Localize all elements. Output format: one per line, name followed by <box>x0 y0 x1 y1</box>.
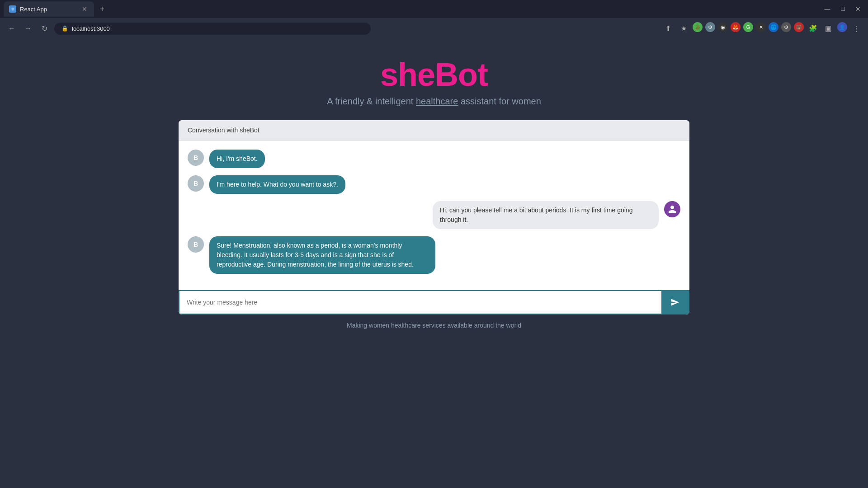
bot-avatar-2: B <box>188 175 204 192</box>
forward-button[interactable]: → <box>22 22 34 35</box>
tab-close-button[interactable]: ✕ <box>80 5 89 13</box>
tab-favicon: ⚛ <box>9 5 16 13</box>
subtitle-highlight: healthcare <box>416 96 458 106</box>
lock-icon: 🔒 <box>61 25 68 32</box>
ext-icon-1[interactable]: 🐊 <box>693 22 703 32</box>
ext-icon-8[interactable]: ⚙ <box>781 22 791 32</box>
app-header: sheBot A friendly & intelligent healthca… <box>327 57 541 107</box>
user-person-icon <box>668 205 677 214</box>
ext-icon-6[interactable]: ✕ <box>756 22 766 32</box>
refresh-button[interactable]: ↻ <box>38 22 51 35</box>
bot-bubble-1: Hi, I'm sheBot. <box>209 150 265 168</box>
message-row-2: B I'm here to help. What do you want to … <box>188 175 680 194</box>
send-button[interactable] <box>661 291 689 314</box>
share-icon[interactable]: ⬆ <box>662 22 675 35</box>
bot-avatar-1: B <box>188 150 204 166</box>
address-field[interactable]: 🔒 localhost:3000 <box>54 23 371 35</box>
bot-bubble-3: Sure! Menstruation, also known as a peri… <box>209 236 435 274</box>
menu-icon[interactable]: ⋮ <box>850 22 863 35</box>
browser-chrome: ⚛ React App ✕ + ─ ☐ ✕ ← → ↻ 🔒 localhost:… <box>0 0 868 39</box>
bookmark-icon[interactable]: ★ <box>677 22 690 35</box>
extensions-icon[interactable]: 🧩 <box>807 22 819 35</box>
maximize-button[interactable]: ☐ <box>836 3 849 15</box>
app-subtitle: A friendly & intelligent healthcare assi… <box>327 96 541 107</box>
chat-input-row <box>179 290 689 314</box>
tab-title: React App <box>20 6 77 13</box>
bot-bubble-2: I'm here to help. What do you want to as… <box>209 175 345 194</box>
chat-container: Conversation with sheBot B Hi, I'm sheBo… <box>179 120 689 314</box>
subtitle-prefix: A friendly & intelligent <box>327 96 416 106</box>
message-input[interactable] <box>179 292 661 312</box>
chat-messages[interactable]: B Hi, I'm sheBot. B I'm here to help. Wh… <box>179 141 689 290</box>
app-title: sheBot <box>327 57 541 93</box>
app-content: sheBot A friendly & intelligent healthca… <box>0 39 868 488</box>
ext-icon-9[interactable]: 🐻 <box>794 22 804 32</box>
ext-icon-5[interactable]: G <box>743 22 753 32</box>
profile-icon[interactable]: 👤 <box>837 22 847 32</box>
subtitle-suffix: assistant for women <box>458 96 541 106</box>
chat-header: Conversation with sheBot <box>179 120 689 141</box>
message-row-user: Hi, can you please tell me a bit about p… <box>188 201 680 229</box>
app-footer: Making women healthcare services availab… <box>340 314 528 336</box>
new-tab-button[interactable]: + <box>96 3 108 15</box>
ext-icon-7[interactable]: 🌐 <box>769 22 778 32</box>
user-avatar <box>664 201 680 217</box>
toolbar-icons: ⬆ ★ 🐊 ⚙ ◉ 🦊 G ✕ 🌐 ⚙ 🐻 🧩 ▣ 👤 ⋮ <box>662 22 863 35</box>
minimize-button[interactable]: ─ <box>821 3 834 15</box>
back-button[interactable]: ← <box>5 22 18 35</box>
tab-bar: ⚛ React App ✕ + ─ ☐ ✕ <box>0 0 868 18</box>
message-row-3: B Sure! Menstruation, also known as a pe… <box>188 236 680 274</box>
ext-icon-3[interactable]: ◉ <box>718 22 728 32</box>
message-row-1: B Hi, I'm sheBot. <box>188 150 680 168</box>
sidebar-icon[interactable]: ▣ <box>822 22 835 35</box>
ext-icon-4[interactable]: 🦊 <box>731 22 741 32</box>
url-text: localhost:3000 <box>72 25 110 32</box>
user-bubble: Hi, can you please tell me a bit about p… <box>433 201 659 229</box>
send-icon <box>670 298 679 307</box>
browser-tab[interactable]: ⚛ React App ✕ <box>4 1 94 17</box>
ext-icon-2[interactable]: ⚙ <box>705 22 715 32</box>
close-window-button[interactable]: ✕ <box>852 3 864 15</box>
bot-avatar-3: B <box>188 236 204 253</box>
address-bar-row: ← → ↻ 🔒 localhost:3000 ⬆ ★ 🐊 ⚙ ◉ 🦊 G ✕ 🌐… <box>0 18 868 39</box>
